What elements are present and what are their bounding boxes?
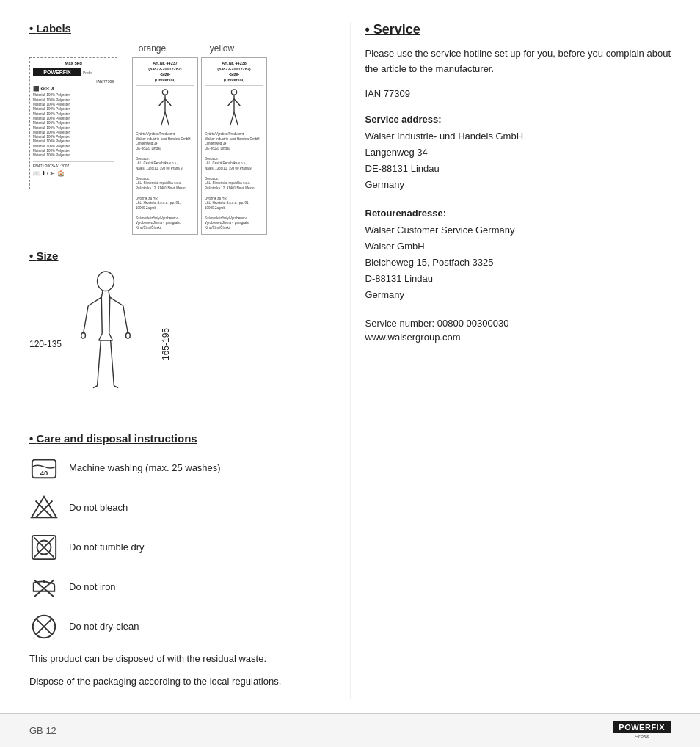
service-title: Service <box>365 22 671 37</box>
footer-page: GB 12 <box>29 725 56 736</box>
size-width: 120-135 <box>29 339 62 349</box>
svg-line-15 <box>88 297 101 305</box>
svg-text:40: 40 <box>40 468 48 476</box>
body-figure-svg <box>69 271 142 410</box>
no-tumble-icon <box>29 533 59 562</box>
svg-marker-32 <box>32 497 56 518</box>
yellow-label: yellow <box>187 43 257 54</box>
svg-line-5 <box>165 112 169 125</box>
service-address-title: Service address: <box>365 114 671 125</box>
panel-text-2: Gyártó/Výrobce/Producent: Walser Industr… <box>205 132 263 231</box>
wash-icon: 40 <box>29 453 59 483</box>
svg-line-29 <box>114 386 118 388</box>
size-height: 165-195 <box>161 328 171 360</box>
svg-line-26 <box>98 340 101 386</box>
care-text-iron: Do not iron <box>69 581 116 592</box>
care-item-tumble: Do not tumble dry <box>29 533 335 562</box>
label-panel-2: Art.Nr. 44238(63872-70012282)-Size-(Univ… <box>201 57 267 235</box>
care-item-iron: Do not iron <box>29 572 335 602</box>
svg-point-6 <box>231 90 236 95</box>
care-item-wash: 40 Machine washing (max. 25 washes) <box>29 453 335 483</box>
care-text-dryclean: Do not dry-clean <box>69 621 139 632</box>
disposal-text-2: Dispose of the packaging according to th… <box>29 674 335 690</box>
address-line-1: Walser Industrie- und Handels GmbH <box>365 128 671 145</box>
svg-line-23 <box>99 333 103 340</box>
svg-line-8 <box>228 99 234 106</box>
svg-line-27 <box>111 340 114 386</box>
care-disposal-text: This product can be disposed of with the… <box>29 652 335 690</box>
page: Labels orange yellow Max 5kg POWERFIX Pr… <box>0 0 700 747</box>
disposal-text-1: This product can be disposed of with the… <box>29 652 335 667</box>
care-title: Care and disposal instructions <box>29 432 335 445</box>
panel-figure-1 <box>136 89 194 129</box>
svg-line-28 <box>93 386 98 388</box>
care-section: Care and disposal instructions 40 Machin… <box>29 432 335 690</box>
labels-row: Max 5kg POWERFIX Profis IAN 77309 ⬛♻✂✗ M… <box>29 57 335 235</box>
svg-line-24 <box>109 333 113 340</box>
no-iron-icon <box>29 572 59 602</box>
footer-brand: POWERFIX <box>613 721 671 733</box>
labels-title: Labels <box>29 22 335 34</box>
svg-line-9 <box>234 99 240 106</box>
address-line-2: Langenweg 34 <box>365 145 671 161</box>
label-ian: IAN 77309 <box>33 79 114 84</box>
panel-text-1: Gyártó/Výrobce/Producent: Walser Industr… <box>136 132 194 231</box>
retoure-line-2: Walser GmbH <box>365 238 671 255</box>
svg-point-21 <box>81 332 86 338</box>
powerfix-logo: POWERFIX <box>33 68 81 76</box>
retoure-line-5: Germany <box>365 287 671 303</box>
label-panel-1: Art.Nr. 44237(63872-70012282)-Size-(Univ… <box>132 57 198 235</box>
powerfix-sub: Profis <box>83 70 92 76</box>
care-text-tumble: Do not tumble dry <box>69 542 145 553</box>
retoure-line-1: Walser Customer Service Germany <box>365 222 671 238</box>
main-label-box: Max 5kg POWERFIX Profis IAN 77309 ⬛♻✂✗ M… <box>29 57 117 189</box>
label-icons-row: ⬛♻✂✗ <box>33 85 114 92</box>
address-line-4: Germany <box>365 177 671 193</box>
svg-line-2 <box>159 99 165 106</box>
footer-brand-sub: Profis <box>634 733 649 740</box>
care-item-dryclean: Do not dry-clean <box>29 612 335 641</box>
label-panels: Art.Nr. 44237(63872-70012282)-Size-(Univ… <box>132 57 267 235</box>
svg-line-18 <box>109 297 110 333</box>
svg-line-3 <box>165 99 171 106</box>
svg-line-20 <box>123 305 128 333</box>
svg-line-4 <box>161 112 166 125</box>
labels-color-row: orange yellow <box>117 43 335 54</box>
service-website: www.walsergroup.com <box>365 332 671 343</box>
footer: GB 12 POWERFIX Profis <box>0 713 700 747</box>
svg-line-13 <box>101 290 103 297</box>
size-figure-wrap: 120-135 <box>29 271 335 418</box>
retoure-title: Retourenadresse: <box>365 208 671 219</box>
body-figure-container <box>69 271 157 418</box>
label-en-standard: EN471:2003+A1:2007 <box>33 161 114 169</box>
svg-line-14 <box>109 290 110 297</box>
service-ian: IAN 77309 <box>365 88 671 99</box>
no-dryclean-icon <box>29 612 59 641</box>
service-address-text: Walser Industrie- und Handels GmbH Lange… <box>365 128 671 193</box>
svg-point-12 <box>98 272 114 291</box>
right-column: Service Please use the service hotline s… <box>350 22 671 699</box>
panel-art-num-2: Art.Nr. 44238(63872-70012282)-Size-(Univ… <box>205 61 263 86</box>
svg-line-10 <box>230 112 235 125</box>
svg-line-11 <box>234 112 238 125</box>
service-intro: Please use the service hotline set up fo… <box>365 46 671 77</box>
care-text-bleach: Do not bleach <box>69 502 128 513</box>
svg-line-19 <box>84 305 89 333</box>
service-number: Service number: 00800 00300030 <box>365 318 671 329</box>
retoure-text: Walser Customer Service Germany Walser G… <box>365 222 671 303</box>
orange-label: orange <box>117 43 187 54</box>
left-column: Labels orange yellow Max 5kg POWERFIX Pr… <box>29 22 335 699</box>
svg-point-0 <box>162 90 167 95</box>
svg-point-22 <box>126 332 131 338</box>
svg-line-16 <box>110 297 123 305</box>
care-item-bleach: Do not bleach <box>29 493 335 522</box>
size-title: Size <box>29 249 335 262</box>
svg-line-17 <box>101 297 102 333</box>
address-line-3: DE-88131 Lindau <box>365 161 671 177</box>
retoure-line-3: Bleicheweg 15, Postfach 3325 <box>365 255 671 271</box>
service-section: Service Please use the service hotline s… <box>365 22 671 343</box>
labels-section: Labels orange yellow Max 5kg POWERFIX Pr… <box>29 22 335 235</box>
main-content: Labels orange yellow Max 5kg POWERFIX Pr… <box>0 0 700 713</box>
care-text-wash: Machine washing (max. 25 washes) <box>69 462 221 473</box>
no-bleach-icon <box>29 493 59 522</box>
